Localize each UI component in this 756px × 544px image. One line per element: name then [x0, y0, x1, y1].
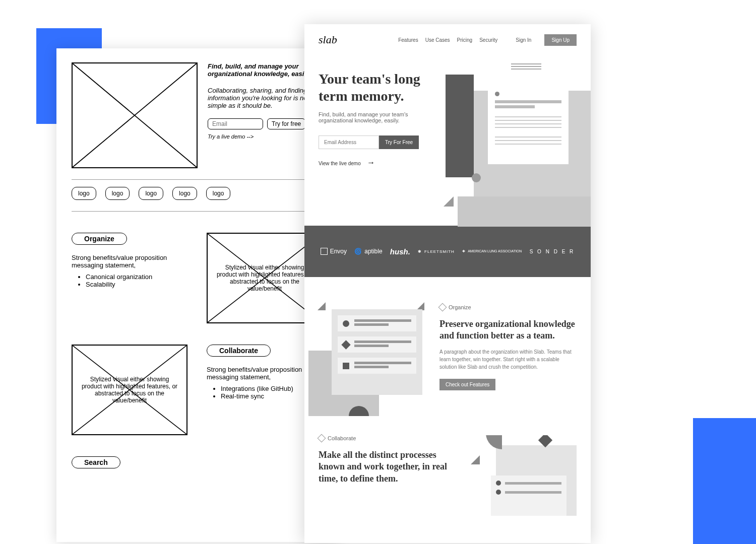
try-button[interactable]: Try for free — [267, 118, 305, 129]
organize-pill: Organize — [72, 233, 127, 245]
brand-envoy: Envoy — [321, 248, 347, 255]
collaborate-illustration — [471, 435, 577, 516]
hero-illustration — [446, 71, 577, 212]
organize-bullets: Canonical organization Scalability — [72, 273, 188, 288]
logo-placeholder: logo — [72, 187, 96, 200]
logo-placeholder: logo — [206, 187, 231, 200]
accent-bottom-right — [693, 418, 756, 544]
brand-hush: hush. — [390, 247, 410, 256]
nav-pricing[interactable]: Pricing — [457, 37, 473, 43]
nav-security[interactable]: Security — [479, 37, 497, 43]
bullet: Canonical organization — [86, 273, 188, 281]
logo-placeholder: logo — [139, 187, 163, 200]
demo-label: View the live demo — [319, 161, 361, 166]
organize-label: Organize — [439, 304, 577, 310]
nav-use-cases[interactable]: Use Cases — [425, 37, 450, 43]
nav-features[interactable]: Features — [398, 37, 418, 43]
label-text: Organize — [449, 304, 471, 310]
sign-up-button[interactable]: Sign Up — [544, 34, 577, 46]
hero-title: Your team's long term memory. — [319, 71, 435, 104]
hero-image-placeholder — [72, 62, 198, 168]
bullet: Scalability — [86, 281, 188, 288]
logo-row: logo logo logo logo logo — [72, 187, 324, 200]
organize-statement: Strong benefits/value proposition messag… — [72, 254, 188, 269]
label-text: Collaborate — [328, 435, 356, 441]
sign-in-link[interactable]: Sign In — [516, 37, 531, 43]
try-free-button[interactable]: Try For Free — [379, 135, 419, 149]
logo-placeholder: logo — [172, 187, 197, 200]
mockup-panel: slab Features Use Cases Pricing Security… — [304, 24, 591, 543]
brand-lung-association: ✚ AMERICAN LUNG ASSOCIATION — [462, 249, 522, 253]
hero-subtitle: Find, build, and manage your team's orga… — [319, 111, 414, 123]
organize-title: Preserve organizational knowledge and fu… — [439, 318, 577, 342]
brand-bar: Envoy 🌀 aptible hush. ✱ FLEETSMITH ✚ AME… — [304, 226, 591, 277]
diamond-icon — [318, 434, 326, 443]
email-input[interactable] — [208, 118, 263, 129]
header: slab Features Use Cases Pricing Security… — [304, 24, 591, 55]
organize-illustration — [319, 304, 424, 410]
collaborate-title: Make all the distinct processes known an… — [319, 449, 456, 485]
image-caption: Stylized visual either showing product w… — [216, 264, 313, 292]
email-input[interactable] — [319, 135, 379, 149]
brand-sonder: S O N D E R — [530, 249, 575, 254]
wireframe-panel: Find, build, and manage your organizatio… — [56, 48, 339, 542]
logo-placeholder: logo — [105, 187, 130, 200]
nav: Features Use Cases Pricing Security — [398, 37, 497, 43]
organize-paragraph: A paragraph about the organization withi… — [439, 348, 577, 371]
arrow-right-icon: → — [367, 158, 375, 167]
divider — [72, 179, 324, 180]
search-pill: Search — [72, 456, 120, 468]
divider — [72, 211, 324, 212]
demo-link[interactable]: View the live demo → — [319, 158, 435, 167]
slab-logo[interactable]: slab — [319, 33, 337, 46]
image-caption: Stylized visual either showing product w… — [81, 376, 178, 404]
collaborate-pill: Collaborate — [207, 345, 271, 357]
brand-aptible: 🌀 aptible — [354, 248, 382, 255]
brand-fleetsmith: ✱ FLEETSMITH — [418, 249, 455, 254]
collaborate-label: Collaborate — [319, 435, 456, 441]
diamond-icon — [438, 303, 447, 312]
collaborate-image-placeholder: Stylized visual either showing product w… — [72, 345, 187, 435]
check-features-button[interactable]: Check out Features — [439, 379, 495, 390]
